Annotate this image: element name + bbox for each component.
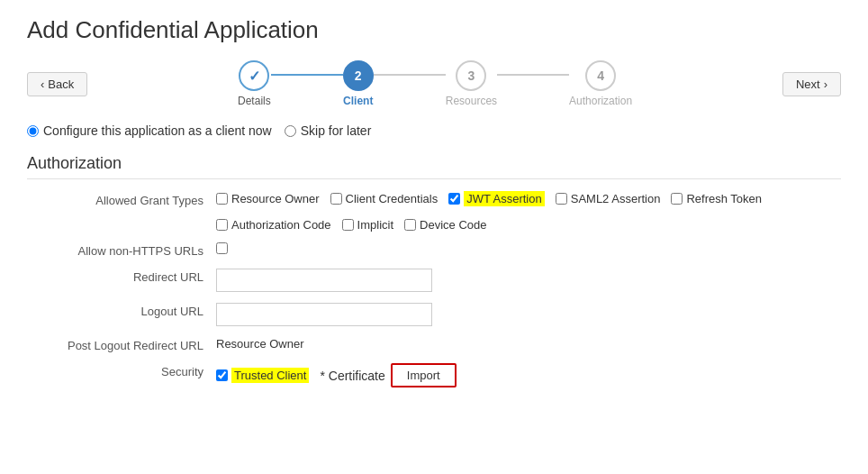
grant-types-content2: Authorization Code Implicit Device Code	[216, 218, 841, 232]
step-client-label: Client	[343, 95, 373, 107]
logout-url-row: Logout URL	[36, 303, 841, 326]
authorization-section-title: Authorization	[27, 154, 841, 179]
resource-owner-label[interactable]: Resource Owner	[231, 192, 320, 205]
back-arrow-icon: ‹	[41, 77, 44, 91]
page-title: Add Confidential Application	[27, 16, 841, 44]
trusted-client-item: Trusted Client	[216, 369, 309, 382]
steps-row: Details 2 Client 3 Resources	[87, 60, 782, 107]
step-authorization: 4 Authorization	[569, 60, 632, 107]
trusted-client-label[interactable]: Trusted Client	[231, 369, 309, 382]
trusted-client-checkbox[interactable]	[216, 369, 228, 381]
post-logout-label: Post Logout Redirect URL	[36, 337, 216, 352]
grant-types-content: Resource Owner Client Credentials JWT As…	[216, 192, 841, 205]
saml2-assertion-label[interactable]: SAML2 Assertion	[571, 192, 661, 205]
back-button[interactable]: ‹ Back	[27, 72, 87, 96]
redirect-url-content	[216, 269, 841, 292]
post-logout-content: Resource Owner	[216, 337, 841, 351]
checkmark-icon	[249, 68, 260, 85]
grant-types-label: Allowed Grant Types	[36, 192, 216, 207]
post-logout-row: Post Logout Redirect URL Resource Owner	[36, 337, 841, 352]
step-connector-1	[271, 74, 343, 76]
authorization-form: Allowed Grant Types Resource Owner Clien…	[27, 192, 841, 387]
step-resources: 3 Resources	[446, 60, 497, 107]
grant-refresh-token: Refresh Token	[671, 192, 762, 205]
configure-now-option[interactable]: Configure this application as a client n…	[27, 123, 272, 138]
step-connector-2	[374, 74, 446, 76]
redirect-url-label: Redirect URL	[36, 269, 216, 284]
next-button[interactable]: Next ›	[782, 72, 841, 96]
security-label: Security	[36, 363, 216, 378]
allow-non-https-checkbox[interactable]	[216, 242, 228, 254]
allow-non-https-content	[216, 242, 841, 254]
allow-non-https-row: Allow non-HTTPS URLs	[36, 242, 841, 258]
step-client-circle: 2	[343, 60, 374, 91]
grant-implicit: Implicit	[342, 218, 393, 232]
security-items: Trusted Client * Certificate Import	[216, 363, 457, 387]
jwt-assertion-checkbox[interactable]	[448, 193, 460, 205]
skip-later-radio[interactable]	[285, 125, 296, 137]
step-authorization-circle: 4	[585, 60, 616, 91]
grant-types-row1: Allowed Grant Types Resource Owner Clien…	[36, 192, 841, 207]
step-details-label: Details	[238, 95, 271, 107]
security-content: Trusted Client * Certificate Import	[216, 363, 841, 387]
implicit-label[interactable]: Implicit	[357, 218, 393, 232]
configure-options: Configure this application as a client n…	[27, 123, 841, 138]
resource-owner-value: Resource Owner	[216, 337, 304, 351]
authorization-code-checkbox[interactable]	[216, 219, 228, 231]
security-row: Security Trusted Client * Certificate Im…	[36, 363, 841, 387]
step-resources-label: Resources	[446, 95, 497, 107]
stepper: ‹ Back Details 2 Client	[27, 60, 841, 107]
jwt-assertion-label[interactable]: JWT Assertion	[464, 192, 545, 205]
step-authorization-label: Authorization	[569, 95, 632, 107]
client-credentials-checkbox[interactable]	[330, 193, 342, 205]
certificate-label: * Certificate	[320, 369, 384, 383]
authorization-section: Authorization Allowed Grant Types Resour…	[27, 154, 841, 387]
grant-device-code: Device Code	[404, 218, 486, 232]
client-credentials-label[interactable]: Client Credentials	[346, 192, 439, 205]
refresh-token-checkbox[interactable]	[671, 193, 683, 205]
grant-resource-owner: Resource Owner	[216, 192, 320, 205]
grant-types-label2	[36, 218, 216, 220]
device-code-label[interactable]: Device Code	[420, 218, 486, 232]
device-code-checkbox[interactable]	[404, 219, 416, 231]
grant-client-credentials: Client Credentials	[330, 192, 439, 205]
step-connector-3	[497, 74, 569, 76]
import-button[interactable]: Import	[391, 363, 457, 387]
next-arrow-icon: ›	[824, 77, 827, 91]
step-details-circle	[239, 60, 269, 91]
step-details: Details	[238, 60, 271, 107]
grant-authorization-code: Authorization Code	[216, 218, 331, 232]
configure-now-radio[interactable]	[27, 125, 39, 137]
skip-later-option[interactable]: Skip for later	[285, 123, 372, 138]
authorization-code-label[interactable]: Authorization Code	[231, 218, 331, 232]
allow-non-https-label: Allow non-HTTPS URLs	[36, 242, 216, 258]
grant-saml2-assertion: SAML2 Assertion	[556, 192, 661, 205]
saml2-assertion-checkbox[interactable]	[556, 193, 567, 205]
redirect-url-input[interactable]	[216, 269, 432, 292]
resource-owner-checkbox[interactable]	[216, 193, 228, 205]
step-client: 2 Client	[343, 60, 374, 107]
logout-url-input[interactable]	[216, 303, 432, 326]
grant-types-row2: Authorization Code Implicit Device Code	[36, 218, 841, 232]
logout-url-label: Logout URL	[36, 303, 216, 318]
refresh-token-label[interactable]: Refresh Token	[686, 192, 762, 205]
redirect-url-row: Redirect URL	[36, 269, 841, 292]
grant-jwt-assertion: JWT Assertion	[448, 192, 545, 205]
step-resources-circle: 3	[456, 60, 486, 91]
logout-url-content	[216, 303, 841, 326]
implicit-checkbox[interactable]	[342, 219, 354, 231]
